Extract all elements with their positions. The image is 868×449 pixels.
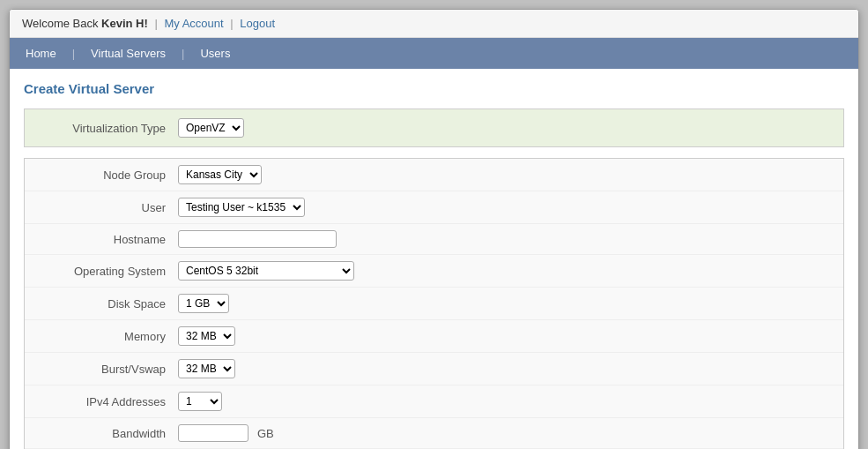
virtualization-type-select[interactable]: OpenVZ [178, 118, 244, 138]
browser-window: Welcome Back Kevin H! | My Account | Log… [9, 9, 859, 449]
node-group-row: Node Group Kansas City [25, 159, 843, 191]
hostname-row: Hostname [25, 224, 843, 255]
user-row: User Testing User ~ k1535 [25, 191, 843, 224]
vtype-row: Virtualization Type OpenVZ [25, 109, 843, 146]
node-group-label: Node Group [37, 168, 178, 182]
page-title: Create Virtual Server [24, 81, 844, 96]
node-group-select[interactable]: Kansas City [178, 165, 262, 184]
disk-space-select[interactable]: 1 GB [178, 294, 229, 313]
my-account-link[interactable]: My Account [164, 17, 223, 30]
bandwidth-input[interactable] [178, 424, 249, 442]
hostname-input[interactable] [178, 230, 337, 248]
fields-section: Node Group Kansas City User Testing User… [24, 158, 844, 449]
vtype-section: Virtualization Type OpenVZ [24, 109, 844, 147]
ipv4-row: IPv4 Addresses 1 [25, 385, 843, 418]
logout-link[interactable]: Logout [240, 17, 275, 30]
disk-space-control: 1 GB [178, 294, 229, 313]
memory-label: Memory [37, 330, 178, 343]
memory-control: 32 MB [178, 326, 235, 346]
content-area: Create Virtual Server Virtualization Typ… [10, 69, 858, 449]
separator-2: | [230, 17, 236, 30]
ipv4-control: 1 [178, 392, 222, 411]
disk-space-row: Disk Space 1 GB [25, 288, 843, 320]
disk-space-label: Disk Space [37, 297, 178, 311]
user-select[interactable]: Testing User ~ k1535 [178, 198, 305, 217]
separator-1: | [154, 17, 160, 30]
os-label: Operating System [37, 265, 178, 278]
bandwidth-row: Bandwidth GB [25, 418, 843, 449]
bandwidth-unit: GB [257, 427, 274, 440]
nav-home[interactable]: Home [10, 38, 72, 69]
burst-vswap-label: Burst/Vswap [37, 363, 178, 376]
memory-select[interactable]: 32 MB [178, 326, 235, 346]
os-row: Operating System CentOS 5 32bit [25, 255, 843, 288]
burst-vswap-control: 32 MB [178, 359, 235, 378]
user-control: Testing User ~ k1535 [178, 198, 305, 217]
node-group-control: Kansas City [178, 165, 262, 184]
burst-vswap-row: Burst/Vswap 32 MB [25, 353, 843, 385]
username: Kevin H! [101, 17, 148, 30]
ipv4-label: IPv4 Addresses [37, 395, 178, 408]
welcome-text: Welcome Back [22, 17, 101, 30]
ipv4-select[interactable]: 1 [178, 392, 222, 411]
top-bar: Welcome Back Kevin H! | My Account | Log… [10, 10, 858, 38]
nav-bar: Home | Virtual Servers | Users [10, 38, 858, 69]
burst-vswap-select[interactable]: 32 MB [178, 359, 235, 378]
hostname-label: Hostname [37, 233, 178, 246]
nav-users[interactable]: Users [184, 38, 246, 69]
hostname-control [178, 230, 337, 248]
os-select[interactable]: CentOS 5 32bit [178, 261, 354, 281]
bandwidth-control: GB [178, 424, 274, 442]
nav-virtual-servers[interactable]: Virtual Servers [75, 38, 182, 69]
user-label: User [37, 201, 178, 214]
memory-row: Memory 32 MB [25, 320, 843, 353]
os-control: CentOS 5 32bit [178, 261, 354, 281]
bandwidth-label: Bandwidth [37, 427, 178, 440]
vtype-label: Virtualization Type [37, 122, 178, 135]
